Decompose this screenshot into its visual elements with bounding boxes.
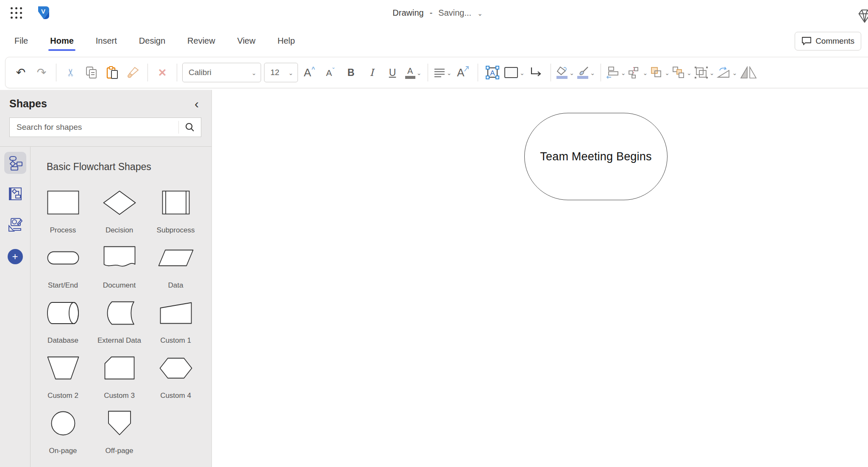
shape-custom-3[interactable]: Custom 3 [91,348,147,403]
text-box-icon: A [485,65,500,80]
visio-logo-icon[interactable]: V [36,5,51,20]
bring-forward-button[interactable]: ⌄ [650,62,670,83]
shape-off-page[interactable]: Off-page [91,403,147,459]
paste-button[interactable] [103,62,122,83]
align-shapes-icon [606,66,620,79]
menu-file[interactable]: File [14,32,29,51]
svg-text:V: V [41,8,45,15]
document-title-group[interactable]: Drawing - Saving... ⌄ [392,0,482,25]
menu-design[interactable]: Design [138,32,166,51]
line-color-swatch [577,76,588,79]
add-stencil-button[interactable]: + [8,249,23,264]
process-shape-icon [47,190,79,215]
shape-custom-1[interactable]: Custom 1 [147,293,204,348]
document-shape-icon [103,246,136,269]
shape-document[interactable]: Document [91,238,147,293]
ribbon-divider [56,64,56,81]
redo-button[interactable]: ↷ [32,62,51,83]
drawing-canvas[interactable]: Team Meeting Begins [212,90,868,467]
menu-help[interactable]: Help [277,32,296,51]
text-box-button[interactable]: A [483,62,502,83]
menu-review[interactable]: Review [186,32,216,51]
shape-search-input[interactable] [10,123,178,132]
group-button[interactable]: ⌄ [694,62,715,83]
data-shape-icon [158,249,194,266]
search-button[interactable] [179,118,201,137]
chevron-down-icon: ⌄ [621,69,626,76]
rotate-button[interactable]: ⌄ [716,62,737,83]
font-color-button[interactable]: A ⌄ [404,62,423,83]
send-backward-button[interactable]: ⌄ [672,62,692,83]
copy-button[interactable] [82,62,101,83]
database-shape-icon [47,302,79,324]
shrink-font-button[interactable]: A ˇ [321,62,339,83]
undo-button[interactable]: ↶ [11,62,30,83]
collapse-panel-icon[interactable]: ‹ [192,100,201,108]
menu-view[interactable]: View [236,32,256,51]
format-painter-button[interactable] [124,62,142,83]
premium-gem-icon[interactable] [856,8,868,25]
align-shapes-button[interactable]: ⌄ [606,62,626,83]
redo-icon: ↷ [37,66,47,79]
italic-button[interactable]: I [362,62,381,83]
align-text-button[interactable]: ⌄ [433,62,452,83]
shape-database[interactable]: Database [35,293,91,348]
change-shape-button[interactable]: ⌄ [504,62,525,83]
title-separator: - [430,8,433,18]
font-name-value: Calibri [189,68,211,77]
fill-color-button[interactable]: ⌄ [556,62,575,83]
custom1-shape-icon [160,302,192,324]
underline-button[interactable]: U [383,62,402,83]
document-title: Drawing [392,8,423,18]
delete-button[interactable]: ✕ [153,62,172,83]
title-chevron-icon[interactable]: ⌄ [477,8,483,17]
custom2-shape-icon [47,356,79,380]
stencil-diagram-tab[interactable] [4,183,26,205]
shape-custom-2[interactable]: Custom 2 [35,348,91,403]
underline-icon: U [389,67,396,78]
chevron-down-icon: ⌄ [665,69,670,76]
external-data-shape-icon [104,301,135,325]
font-name-combobox[interactable]: Calibri ⌄ [182,63,261,82]
line-color-button[interactable]: ⌄ [577,62,595,83]
comments-button[interactable]: Comments [795,32,861,50]
shape-decision[interactable]: Decision [91,183,147,238]
plus-icon: + [12,251,18,263]
grow-font-button[interactable]: A ^ [300,62,319,83]
bold-button[interactable]: B [342,62,360,83]
flip-button[interactable] [739,62,758,83]
shape-external-data[interactable]: External Data [91,293,147,348]
send-backward-icon [672,66,685,79]
stencil-drawing-tools-tab[interactable] [4,214,26,236]
shape-grid: Process Decision Subprocess Start/End [35,183,211,459]
connector-button[interactable] [527,62,545,83]
ribbon-row: ↶ ↷ ✂ ✕ Calibri [0,57,868,90]
shape-data[interactable]: Data [147,238,204,293]
menu-bar: File Home Insert Design Review View Help… [0,25,868,57]
svg-text:A: A [490,69,495,77]
stencil-flowchart-tab[interactable] [4,152,26,174]
shape-on-page[interactable]: On-page [35,403,91,459]
shape-start-end[interactable]: Start/End [35,238,91,293]
font-size-combobox[interactable]: 12 ⌄ [264,63,298,82]
bold-icon: B [348,67,355,78]
italic-icon: I [370,67,373,78]
start-end-canvas-shape[interactable]: Team Meeting Begins [524,113,668,200]
scissors-icon: ✂ [65,68,77,77]
paste-icon [106,66,119,79]
text-orientation-button[interactable]: A [454,62,473,83]
cut-button[interactable]: ✂ [61,62,80,83]
canvas-shape-text: Team Meeting Begins [540,150,651,163]
position-button[interactable]: ⌄ [628,62,648,83]
menu-home[interactable]: Home [49,32,75,51]
ribbon-divider [551,64,551,81]
ribbon-toolbar: ↶ ↷ ✂ ✕ Calibri [5,57,868,88]
chevron-down-icon: ⌄ [709,69,715,76]
shape-process[interactable]: Process [35,183,91,238]
shape-subprocess[interactable]: Subprocess [147,183,204,238]
shapes-panel-header: Shapes ‹ [0,90,211,110]
shape-custom-4[interactable]: Custom 4 [147,348,204,403]
menu-insert[interactable]: Insert [95,32,118,51]
app-launcher-button[interactable] [8,4,25,21]
chevron-down-icon: ⌄ [447,69,452,76]
